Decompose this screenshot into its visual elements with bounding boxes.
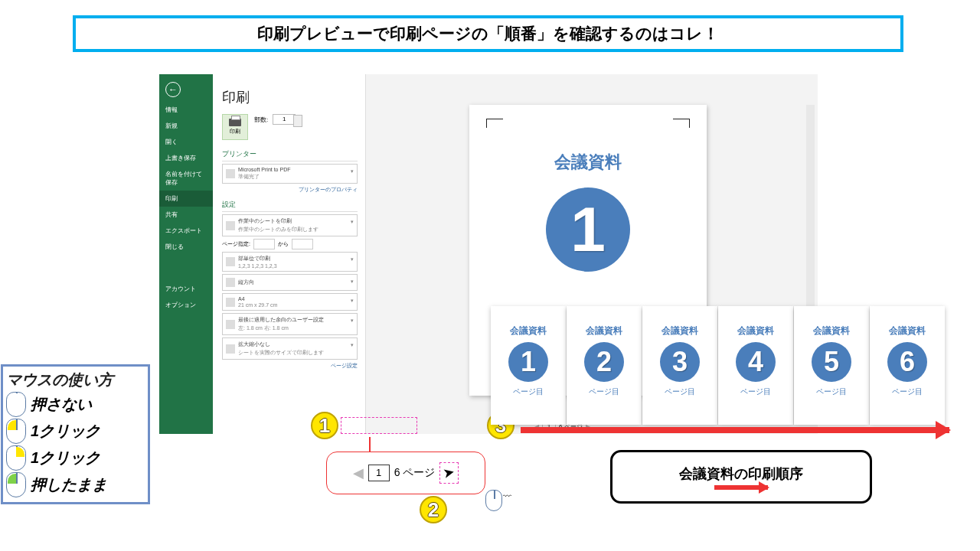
cursor-icon: ➤ [442, 464, 456, 483]
mouse-legend: マウスの使い方 押さない 1クリック 1クリック 押したまま [1, 364, 150, 504]
legend-row-rightclick: 1クリック [6, 445, 145, 471]
legend-row-leftclick: 1クリック [6, 419, 145, 444]
sidebar-item-account[interactable]: アカウント [159, 281, 213, 297]
thumb-page: 会議資料6ページ目 [870, 306, 945, 425]
print-what-select[interactable]: 作業中のシートを印刷作業中のシートのみを印刷します [222, 214, 358, 236]
printer-status-icon [226, 169, 235, 178]
page-to-input[interactable] [292, 239, 313, 249]
arrow-right-icon [714, 485, 768, 490]
chevron-left-icon: ◀ [353, 465, 364, 481]
preview-page-number-circle: 1 [546, 187, 630, 272]
printer-section-label: プリンター [222, 149, 358, 161]
thumb-page: 会議資料3ページ目 [642, 306, 717, 425]
legend-title: マウスの使い方 [6, 370, 145, 390]
sidebar-item-export[interactable]: エクスポート [159, 223, 213, 239]
copies-stepper[interactable]: 1 [273, 114, 296, 125]
sidebar-item-print[interactable]: 印刷 [159, 191, 213, 207]
step-badge-2: 2 [420, 496, 447, 523]
backstage-sidebar: ← 情報 新規 開く 上書き保存 名前を付けて保存 印刷 共有 エクスポート 閉… [159, 74, 213, 434]
sidebar-item-save[interactable]: 上書き保存 [159, 150, 213, 166]
printer-select[interactable]: Microsoft Print to PDF準備完了 [222, 164, 358, 184]
paper-size-select[interactable]: A421 cm x 29.7 cm [222, 293, 358, 311]
sidebar-item-share[interactable]: 共有 [159, 207, 213, 223]
copies-label: 部数: [254, 116, 268, 124]
thumb-page: 会議資料2ページ目 [567, 306, 642, 425]
thumb-page: 会議資料5ページ目 [794, 306, 869, 425]
printer-properties-link[interactable]: プリンターのプロパティ [222, 186, 358, 194]
sidebar-item-options[interactable]: オプション [159, 297, 213, 313]
sidebar-item-close[interactable]: 閉じる [159, 239, 213, 255]
print-button[interactable]: 印刷 [222, 114, 248, 140]
orientation-select[interactable]: 縦方向 [222, 274, 358, 291]
step-badge-1: 1 [311, 412, 338, 439]
thumb-page: 会議資料4ページ目 [718, 306, 793, 425]
print-settings-panel: 印刷 印刷 部数: 1 プリンター Microsoft Print to PDF… [213, 74, 366, 434]
legend-row-none: 押さない [6, 392, 145, 417]
page-range-row: ページ指定: から [222, 239, 358, 249]
collate-select[interactable]: 部単位で印刷1,2,3 1,2,3 1,2,3 [222, 252, 358, 272]
sidebar-item-saveas[interactable]: 名前を付けて保存 [159, 166, 213, 191]
page-from-input[interactable] [253, 239, 275, 249]
settings-section-label: 設定 [222, 200, 358, 212]
crop-mark-icon [486, 119, 503, 128]
page-setup-link[interactable]: ページ設定 [222, 362, 358, 370]
preview-doc-title: 会議資料 [554, 151, 622, 174]
print-order-caption: 会議資料の印刷順序 [610, 450, 872, 504]
back-arrow-icon[interactable]: ← [165, 82, 181, 97]
thumb-page: 会議資料1ページ目 [491, 306, 566, 425]
callout-highlight-box [341, 417, 417, 434]
legend-row-hold: 押したまま [6, 472, 145, 497]
crop-mark-icon [673, 119, 690, 128]
callout-page-input: 1 [368, 465, 390, 481]
print-heading: 印刷 [222, 88, 358, 106]
scaling-select[interactable]: 拡大縮小なしシートを実際のサイズで印刷します [222, 337, 358, 360]
page-order-thumbnails: 会議資料1ページ目 会議資料2ページ目 会議資料3ページ目 会議資料4ページ目 … [491, 306, 946, 425]
printer-icon [229, 119, 241, 126]
sidebar-item-open[interactable]: 開く [159, 134, 213, 150]
sidebar-item-new[interactable]: 新規 [159, 118, 213, 134]
callout-zoom-bubble: ◀ 1 6 ページ ➤ [326, 452, 485, 494]
callout-total-text: 6 ページ [394, 466, 436, 480]
order-arrow [521, 427, 949, 433]
sidebar-item-info[interactable]: 情報 [159, 102, 213, 118]
mouse-icon: 〰 [485, 490, 502, 511]
margins-select[interactable]: 最後に適用した余白のユーザー設定左: 1.8 cm 右: 1.8 cm [222, 313, 358, 335]
page-title: 印刷プレビューで印刷ページの「順番」を確認するのはコレ！ [73, 15, 903, 52]
